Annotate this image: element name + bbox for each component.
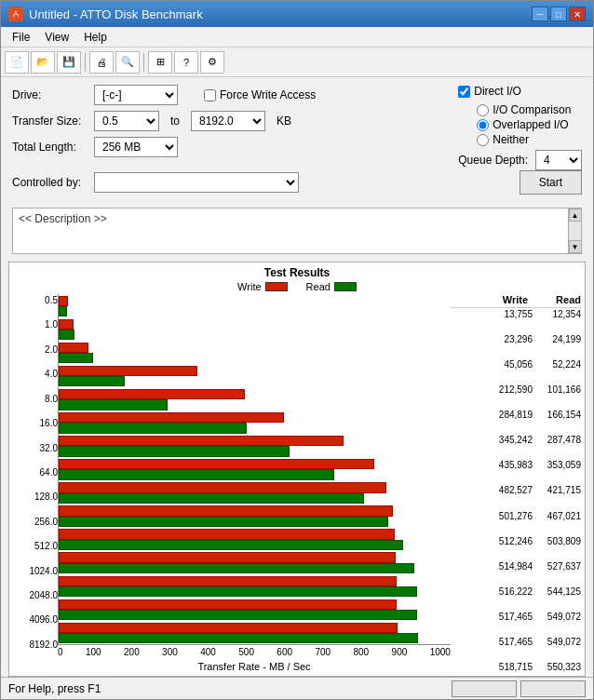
bars-area [58,294,451,645]
controls-area: Drive: [-c-] [-d-] [-e-] Force Write Acc… [1,77,593,204]
close-button[interactable]: ✕ [569,7,586,21]
result-row-512.0: 514,984527,637 [451,562,581,572]
description-text: << Description >> [13,209,581,229]
toolbar-open[interactable]: 📂 [31,51,55,74]
result-row-2.0: 45,05652,224 [451,360,581,370]
force-write-checkbox[interactable] [204,89,216,101]
bar-pair-4.0 [59,364,451,387]
io-comparison-row: I/O Comparison [477,103,571,116]
bar-row-8192.0 [59,621,451,644]
x-label-900: 900 [392,647,408,658]
menu-help[interactable]: Help [76,29,115,46]
menu-bar: File View Help [1,27,593,47]
bar-row-4096.0 [59,598,451,621]
bar-pair-0.5 [59,294,451,317]
bar-pair-8.0 [59,387,451,411]
bar-pair-512.0 [59,528,451,551]
scroll-down-arrow[interactable]: ▼ [569,240,582,253]
write-bar-512.0 [59,529,395,539]
neither-radio[interactable] [477,134,489,146]
result-row-64.0: 482,527421,715 [451,486,581,495]
write-bar-256.0 [59,505,393,516]
minimize-button[interactable]: ─ [532,7,548,21]
y-label-0.5: 0.5 [13,296,58,305]
read-bar-1024.0 [59,563,414,573]
write-swatch [265,282,288,291]
write-bar-128.0 [59,482,386,492]
write-bar-2048.0 [59,576,397,586]
result-row-2048.0: 517,465549,072 [451,612,581,622]
write-bar-1.0 [59,319,74,330]
menu-view[interactable]: View [37,29,76,46]
scroll-up-arrow[interactable]: ▲ [569,209,582,222]
bar-row-64.0 [59,457,451,480]
chart-content: 0.51.02.04.08.016.032.064.0128.0256.0512… [9,294,585,676]
result-write-1.0: 23,296 [486,335,533,344]
title-bar-left: A Untitled - ATTO Disk Benchmark [8,7,203,21]
write-bar-0.5 [59,296,68,306]
results-rows: 13,75512,35423,29624,19945,05652,224212,… [451,308,581,672]
result-write-2048.0: 517,465 [486,612,533,622]
overlapped-io-row: Overlapped I/O [477,118,571,131]
y-label-8.0: 8.0 [13,395,58,404]
x-label-200: 200 [124,647,140,658]
read-bar-4096.0 [59,610,417,620]
bar-row-32.0 [59,434,451,457]
result-row-1024.0: 516,222544,125 [451,587,581,597]
total-length-row: Total Length: 64 MB128 MB256 MB 512 MB1 … [12,137,443,157]
neither-label: Neither [493,133,529,146]
description-area: << Description >> ▲ ▼ [12,208,582,254]
read-legend-label: Read [306,281,331,292]
direct-io-checkbox[interactable] [458,86,470,98]
y-label-1024.0: 1024.0 [13,567,58,576]
controlled-by-select[interactable] [94,172,299,193]
toolbar-new[interactable]: 📄 [5,51,29,74]
write-bar-64.0 [59,459,374,469]
y-axis: 0.51.02.04.08.016.032.064.0128.0256.0512… [13,294,58,672]
read-bar-512.0 [59,540,403,550]
io-mode-group: I/O Comparison Overlapped I/O Neither [477,103,571,146]
result-read-1.0: 24,199 [540,335,581,344]
start-button[interactable]: Start [520,170,582,195]
total-length-select[interactable]: 64 MB128 MB256 MB 512 MB1 GB2 GB4 GB8 GB [94,137,178,157]
y-label-8192.0: 8192.0 [13,640,58,650]
transfer-size-to[interactable]: 512.01024.02048.04096.08192.0 [191,111,265,131]
bar-pair-1024.0 [59,551,451,574]
result-row-4096.0: 517,465549,072 [451,638,581,647]
y-label-512.0: 512.0 [13,542,58,551]
toolbar-print[interactable]: 🖨 [89,51,114,74]
status-help-text: For Help, press F1 [8,682,101,695]
result-read-8.0: 166,154 [540,411,581,420]
toolbar-save[interactable]: 💾 [57,51,81,74]
queue-depth-select[interactable]: 124 81632 [535,150,582,170]
overlapped-io-radio[interactable] [477,119,489,131]
direct-io-area: Direct I/O [458,85,521,98]
toolbar: 📄 📂 💾 🖨 🔍 ⊞ ? ⚙ [1,47,593,77]
result-read-64.0: 421,715 [540,486,581,495]
transfer-size-from[interactable]: 0.51.02.04.0 8.016.032.064.0 128.0256.05… [94,111,159,131]
drive-select[interactable]: [-c-] [-d-] [-e-] [94,85,178,105]
toolbar-search[interactable]: 🔍 [115,51,140,74]
menu-file[interactable]: File [5,29,37,46]
bar-row-4.0 [59,364,451,387]
result-read-32.0: 353,059 [540,461,581,470]
result-write-2.0: 45,056 [486,360,533,370]
y-label-128.0: 128.0 [13,492,58,502]
y-label-16.0: 16.0 [13,419,58,428]
result-read-512.0: 527,637 [540,562,581,572]
maximize-button[interactable]: □ [550,7,567,21]
toolbar-separator-2 [143,53,144,72]
bar-pair-32.0 [59,434,451,457]
io-comparison-radio[interactable] [477,104,489,116]
toolbar-grid[interactable]: ⊞ [148,51,172,74]
bar-pair-8192.0 [59,621,451,644]
x-label-800: 800 [354,647,370,658]
result-row-16.0: 345,242287,478 [451,436,581,445]
result-read-1024.0: 544,125 [540,587,581,597]
window-title: Untitled - ATTO Disk Benchmark [29,7,203,21]
direct-io-label: Direct I/O [474,85,521,98]
write-bar-8192.0 [59,623,398,633]
toolbar-settings[interactable]: ⚙ [200,51,224,74]
status-box-1 [452,680,517,697]
toolbar-help[interactable]: ? [174,51,198,74]
